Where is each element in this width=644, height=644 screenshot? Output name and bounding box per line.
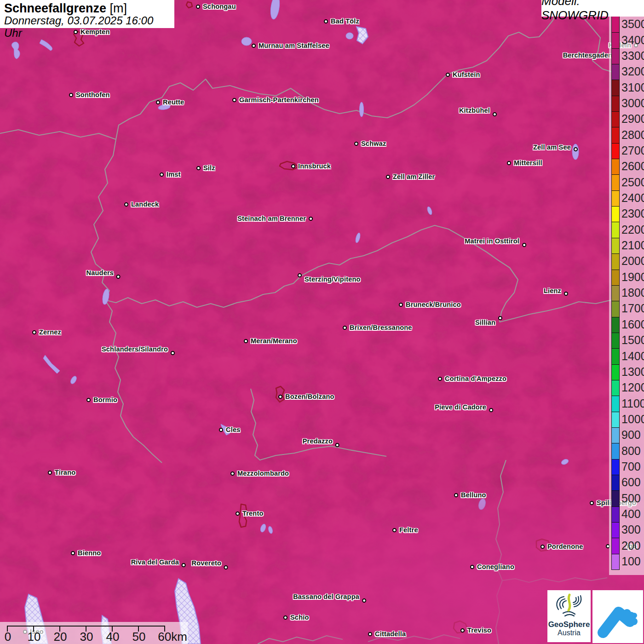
city-label: Bruneck/Brunico [406,301,461,308]
city-belluno: Belluno [454,491,486,499]
city-cittadella: Cittadella [368,630,406,638]
scale-label: 20 [54,630,67,644]
city-dot [540,545,545,549]
city-label: Conegliano [477,563,514,570]
city-steinach-am-brenner: Steinach am Brenner [237,215,313,222]
city-dot [309,217,313,221]
city-dot [493,112,497,116]
city-matrei-in-osttirol: Matrei in Osttirol [465,241,526,248]
colorbar-cell [612,270,619,285]
city-label: Sterzing/Vipiteno [305,276,361,283]
colorbar-cell [612,554,619,569]
colorbar-value: 300 [621,523,641,536]
city-rovereto: Rovereto [192,564,228,571]
city-label: Sonthofen [76,91,109,98]
colorbar-value: 2900 [621,112,644,126]
colorbar-value: 1700 [621,302,644,315]
city-label: Zell am Ziller [393,173,435,180]
title-parameter: Schneefallgrenze [4,1,106,15]
city-nauders: Nauders [86,273,121,280]
colorbar-cell [612,380,619,396]
city-innsbruck: Innsbruck [291,162,331,170]
scale-label: 30 [80,630,93,644]
city-label: Bormio [93,396,117,403]
city-label: Zell am See [533,144,571,151]
geosphere-logo-text: GeoSphere [547,621,591,629]
colorbar-cell [612,459,619,475]
city-dot [574,147,578,151]
city-label: Schio [290,614,309,621]
city-conegliano: Conegliano [470,563,514,570]
colorbar-value: 2200 [621,223,644,236]
city-label: Cittadella [375,630,406,638]
colorbar-cell [612,443,619,459]
geosphere-logo-box: GeoSphere Austria [547,590,591,642]
partner-logo-box [592,590,643,643]
colorbar-value: 3400 [621,33,644,46]
colorbar-cell [612,396,619,411]
city-imst: Imst [160,171,181,178]
city-riva-del-garda: Riva del Garda [131,561,186,569]
city-label: Brixen/Bressanone [350,324,412,331]
city-pordenone: Pordenone [540,543,583,550]
city-dot [48,471,52,475]
city-label: Garmisch-Partenkirchen [239,96,319,104]
colorbar-cell [612,317,619,333]
city-dot [343,326,347,330]
city-label: Pieve di Cadore [435,403,486,411]
title-datetime: Donnerstag, 03.07.2025 16:00 Uhr [4,15,170,39]
snowfall-limit-map: SchongauBad TölzKemptenMurnau am Staffel… [0,0,644,644]
city-dot [507,161,511,165]
mountain-logo-icon [596,594,640,640]
colorbar-value: 2700 [621,144,644,157]
city-dot [470,565,474,569]
city-bormio: Bormio [86,396,117,403]
colorbar-cell [612,348,619,364]
city-label: Steinach am Brenner [237,215,306,222]
city-sillian: Sillian [475,314,502,322]
city-predazzo: Predazzo [303,441,339,448]
colorbar-value: 1100 [621,397,644,410]
city-label: Kufstein [453,71,480,78]
colorbar-cell [612,522,619,538]
colorbar-value: 1300 [621,365,644,378]
city-bassano-del-grappa: Bassano del Grappa [293,597,366,604]
city-label: Belluno [461,491,486,499]
city-dot [71,551,75,555]
scale-bar: 0102030405060km [0,622,188,644]
city-dot [498,316,502,320]
city-treviso: Treviso [460,627,491,634]
colorbar-value: 200 [621,539,641,552]
city-kufstein: Kufstein [446,71,480,78]
city-label: Schongau [203,3,236,10]
city-label: Reutte [163,98,184,106]
colorbar-value: 3200 [621,65,644,78]
colorbar-value: 3100 [621,80,644,94]
geosphere-logo-icon [554,592,584,619]
city-dot [298,273,302,277]
city-dot [124,202,128,207]
city-label: Mezzolombardo [237,470,289,477]
colorbar-value: 600 [621,476,641,489]
city-dot [446,73,450,77]
colorbar-cell [612,364,619,380]
city-zell-am-ziller: Zell am Ziller [386,173,435,180]
city-dot [386,175,390,179]
colorbar-value: 900 [621,428,641,442]
city-garmisch-partenkirchen: Garmisch-Partenkirchen [232,96,319,104]
colorbar-value: 1400 [621,349,644,362]
scale-label: 40 [106,630,120,644]
colorbar-cell [612,80,619,95]
colorbar-value: 1500 [621,334,644,347]
scale-label: 10 [28,630,41,644]
colorbar-cell [612,285,619,301]
colorbar-cell [612,333,619,348]
city-mezzolombardo: Mezzolombardo [230,470,289,477]
city-feltre: Feltre [392,526,418,534]
city-meran-merano: Meran/Merano [244,337,297,345]
colorbar-cell [612,427,619,443]
city-dot [438,377,442,381]
title-box: Schneefallgrenze [m] Donnerstag, 03.07.2… [0,0,174,28]
city-label: Rovereto [192,559,221,567]
city-dot [116,275,121,279]
